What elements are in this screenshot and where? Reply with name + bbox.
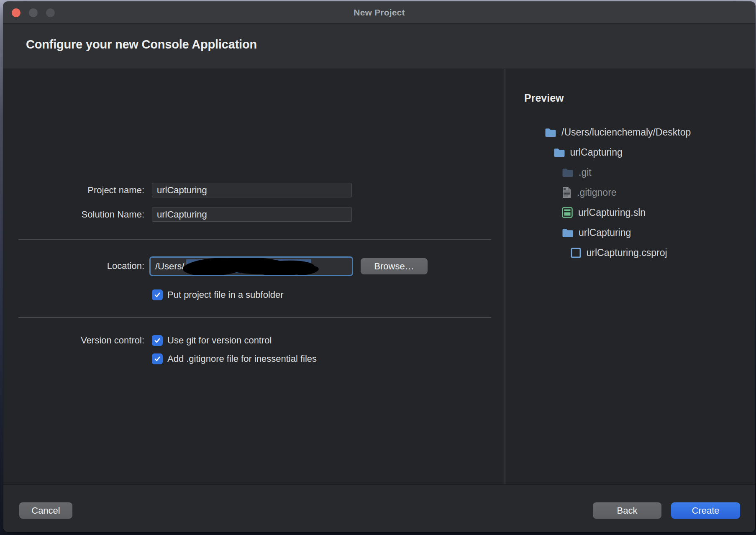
checkmark-icon	[154, 355, 161, 363]
csproj-icon	[571, 248, 581, 258]
cancel-button[interactable]: Cancel	[19, 502, 72, 519]
tree-row: urlCapturing.csproj	[505, 243, 755, 263]
tree-row: .git	[505, 162, 755, 182]
folder-icon	[545, 127, 556, 137]
use-git-checkbox[interactable]	[152, 335, 163, 346]
create-button[interactable]: Create	[671, 502, 740, 519]
tree-row: /Users/lucienchemaly/Desktop	[505, 122, 755, 142]
folder-icon	[554, 147, 565, 157]
tree-item-label: /Users/lucienchemaly/Desktop	[561, 127, 691, 138]
new-project-dialog: New Project Configure your new Console A…	[3, 2, 755, 532]
checkmark-icon	[154, 291, 161, 299]
folder-icon	[562, 228, 573, 238]
subfolder-checkbox[interactable]	[152, 289, 163, 300]
section-divider	[18, 317, 491, 318]
tree-row: urlCapturing	[505, 223, 755, 243]
back-button[interactable]: Back	[593, 502, 661, 519]
location-input[interactable]: /Users/ top	[149, 256, 353, 276]
tree-item-label: urlCapturing.csproj	[587, 247, 667, 259]
add-gitignore-checkbox[interactable]	[152, 353, 163, 364]
tree-item-label: .gitignore	[577, 187, 617, 198]
form-pane: Project name: urlCapturing Solution Name…	[3, 69, 505, 484]
checkmark-icon	[154, 337, 161, 344]
dialog-content: Project name: urlCapturing Solution Name…	[3, 69, 755, 484]
section-divider	[18, 239, 491, 240]
use-git-checkbox-label[interactable]: Use git for version control	[167, 335, 272, 346]
tree-row: .gitignore	[505, 182, 755, 202]
solution-name-input[interactable]: urlCapturing	[152, 207, 352, 222]
project-name-input[interactable]: urlCapturing	[152, 183, 352, 197]
redaction-scribble	[180, 256, 322, 276]
subfolder-checkbox-label[interactable]: Put project file in a subfolder	[167, 289, 284, 300]
tree-row: urlCapturing.sln	[505, 202, 755, 223]
tree-item-label: .git	[579, 167, 592, 178]
tree-item-label: urlCapturing	[579, 227, 631, 238]
tree-item-label: urlCapturing.sln	[578, 207, 646, 218]
tree-item-label: urlCapturing	[570, 147, 623, 158]
add-gitignore-checkbox-label[interactable]: Add .gitignore file for inessential file…	[167, 353, 317, 364]
sln-icon	[562, 207, 573, 218]
zoom-button[interactable]	[46, 8, 55, 17]
minimize-button[interactable]	[29, 8, 38, 17]
location-label: Location:	[3, 261, 144, 271]
dialog-header: Configure your new Console Application	[3, 24, 755, 69]
preview-pane: Preview /Users/lucienchemaly/DesktopurlC…	[505, 69, 755, 484]
preview-title: Preview	[524, 92, 564, 104]
page-title: Configure your new Console Application	[26, 38, 257, 51]
project-name-label: Project name:	[3, 185, 144, 196]
traffic-lights	[12, 2, 55, 24]
title-bar: New Project	[3, 2, 755, 24]
close-button[interactable]	[12, 8, 21, 17]
git-folder-icon	[562, 167, 573, 177]
file-icon	[562, 187, 571, 198]
window-title: New Project	[3, 8, 755, 18]
preview-tree: /Users/lucienchemaly/DesktopurlCapturing…	[505, 122, 755, 263]
browse-button[interactable]: Browse…	[361, 258, 428, 274]
solution-name-label: Solution Name:	[3, 209, 144, 220]
version-control-label: Version control:	[3, 335, 144, 346]
tree-row: urlCapturing	[505, 142, 755, 162]
dialog-footer: Cancel Back Create	[3, 484, 755, 532]
